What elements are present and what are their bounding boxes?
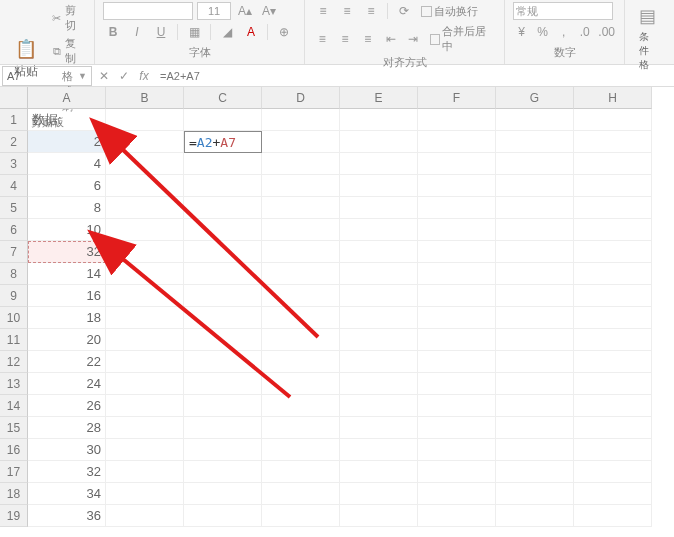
cell-A19[interactable]: 36 — [28, 505, 106, 527]
cell-B9[interactable] — [106, 285, 184, 307]
cell-F16[interactable] — [418, 439, 496, 461]
cell-H1[interactable] — [574, 109, 652, 131]
increase-font-icon[interactable]: A▴ — [235, 2, 255, 20]
cell-H15[interactable] — [574, 417, 652, 439]
cell-A13[interactable]: 24 — [28, 373, 106, 395]
column-header[interactable]: G — [496, 87, 574, 109]
cell-A18[interactable]: 34 — [28, 483, 106, 505]
cell-H2[interactable] — [574, 131, 652, 153]
cell-H4[interactable] — [574, 175, 652, 197]
cell-H9[interactable] — [574, 285, 652, 307]
align-top-icon[interactable]: ≡ — [313, 2, 333, 20]
cell-H12[interactable] — [574, 351, 652, 373]
row-header[interactable]: 2 — [0, 131, 28, 153]
row-header[interactable]: 14 — [0, 395, 28, 417]
fx-icon[interactable]: fx — [134, 66, 154, 86]
row-header[interactable]: 1 — [0, 109, 28, 131]
copy-button[interactable]: ⧉复制 — [48, 35, 86, 67]
formula-input[interactable]: =A2+A7 — [154, 70, 674, 82]
cell-E10[interactable] — [340, 307, 418, 329]
accept-formula-icon[interactable]: ✓ — [114, 66, 134, 86]
cell-F2[interactable] — [418, 131, 496, 153]
row-header[interactable]: 7 — [0, 241, 28, 263]
cell-G8[interactable] — [496, 263, 574, 285]
cell-C6[interactable] — [184, 219, 262, 241]
cell-E3[interactable] — [340, 153, 418, 175]
row-header[interactable]: 3 — [0, 153, 28, 175]
cell-D8[interactable] — [262, 263, 340, 285]
decrease-font-icon[interactable]: A▾ — [259, 2, 279, 20]
cell-B4[interactable] — [106, 175, 184, 197]
cell-B18[interactable] — [106, 483, 184, 505]
cell-F1[interactable] — [418, 109, 496, 131]
cell-A7[interactable]: 32 — [28, 241, 106, 263]
cell-B11[interactable] — [106, 329, 184, 351]
cell-G7[interactable] — [496, 241, 574, 263]
column-header[interactable]: C — [184, 87, 262, 109]
row-header[interactable]: 6 — [0, 219, 28, 241]
comma-icon[interactable]: , — [555, 23, 572, 41]
cell-C1[interactable] — [184, 109, 262, 131]
cell-C13[interactable] — [184, 373, 262, 395]
cell-B5[interactable] — [106, 197, 184, 219]
cell-F18[interactable] — [418, 483, 496, 505]
cell-E5[interactable] — [340, 197, 418, 219]
column-header[interactable]: E — [340, 87, 418, 109]
cell-G14[interactable] — [496, 395, 574, 417]
phonetic-button[interactable]: ⊕ — [274, 23, 294, 41]
cell-C4[interactable] — [184, 175, 262, 197]
cell-A14[interactable]: 26 — [28, 395, 106, 417]
cell-C8[interactable] — [184, 263, 262, 285]
cell-E13[interactable] — [340, 373, 418, 395]
cell-H13[interactable] — [574, 373, 652, 395]
cell-H3[interactable] — [574, 153, 652, 175]
cut-button[interactable]: ✂剪切 — [48, 2, 86, 34]
cell-G10[interactable] — [496, 307, 574, 329]
cell-B10[interactable] — [106, 307, 184, 329]
cell-G6[interactable] — [496, 219, 574, 241]
cell-A9[interactable]: 16 — [28, 285, 106, 307]
cell-G18[interactable] — [496, 483, 574, 505]
cell-A16[interactable]: 30 — [28, 439, 106, 461]
row-header[interactable]: 19 — [0, 505, 28, 527]
cell-H17[interactable] — [574, 461, 652, 483]
cell-H7[interactable] — [574, 241, 652, 263]
cell-A5[interactable]: 8 — [28, 197, 106, 219]
row-header[interactable]: 12 — [0, 351, 28, 373]
cell-D11[interactable] — [262, 329, 340, 351]
cell-D1[interactable] — [262, 109, 340, 131]
cell-B3[interactable] — [106, 153, 184, 175]
cell-H14[interactable] — [574, 395, 652, 417]
cell-H6[interactable] — [574, 219, 652, 241]
cell-A2[interactable]: 2 — [28, 131, 106, 153]
cell-G15[interactable] — [496, 417, 574, 439]
cell-D3[interactable] — [262, 153, 340, 175]
cell-H11[interactable] — [574, 329, 652, 351]
cell-G5[interactable] — [496, 197, 574, 219]
cell-C11[interactable] — [184, 329, 262, 351]
cell-B17[interactable] — [106, 461, 184, 483]
align-center-icon[interactable]: ≡ — [336, 30, 355, 48]
italic-button[interactable]: I — [127, 23, 147, 41]
cell-H8[interactable] — [574, 263, 652, 285]
cell-C10[interactable] — [184, 307, 262, 329]
cell-F11[interactable] — [418, 329, 496, 351]
cell-F8[interactable] — [418, 263, 496, 285]
cell-C2[interactable]: =A2+A7 — [184, 131, 262, 153]
cell-C14[interactable] — [184, 395, 262, 417]
cell-C15[interactable] — [184, 417, 262, 439]
cell-H5[interactable] — [574, 197, 652, 219]
cell-D14[interactable] — [262, 395, 340, 417]
cell-D12[interactable] — [262, 351, 340, 373]
font-name-select[interactable] — [103, 2, 193, 20]
cell-C5[interactable] — [184, 197, 262, 219]
cell-A17[interactable]: 32 — [28, 461, 106, 483]
fill-color-button[interactable]: ◢ — [217, 23, 237, 41]
row-header[interactable]: 9 — [0, 285, 28, 307]
cell-D13[interactable] — [262, 373, 340, 395]
conditional-format-button[interactable]: ▤ 条件格 — [633, 2, 661, 74]
cell-H18[interactable] — [574, 483, 652, 505]
cell-G17[interactable] — [496, 461, 574, 483]
cell-F17[interactable] — [418, 461, 496, 483]
cell-A6[interactable]: 10 — [28, 219, 106, 241]
